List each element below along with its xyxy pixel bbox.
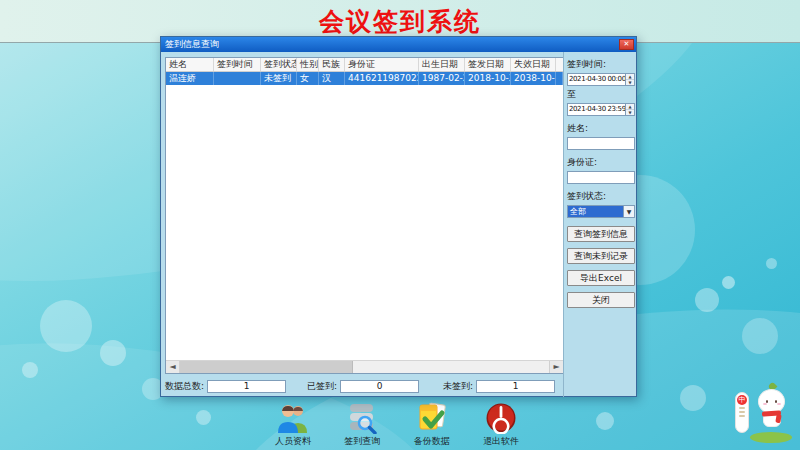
col-header-issuedate[interactable]: 签发日期 [465, 58, 511, 71]
idcard-input[interactable] [567, 171, 635, 184]
spinner-down-icon[interactable]: ▼ [626, 110, 634, 115]
table-empty-area [166, 85, 563, 360]
toolbar-item-signin-query[interactable]: 签到查询 [331, 402, 393, 448]
unsigned-count-label: 未签到: [443, 380, 473, 393]
cell-ethnicity: 汉 [319, 72, 345, 85]
mascot-banner-char: 中 [737, 395, 747, 405]
cell-idcard: 441621198702282481 [345, 72, 419, 85]
table-row[interactable]: 温连娇 未签到 女 汉 441621198702282481 1987-02-2… [166, 72, 563, 85]
scroll-left-icon[interactable]: ◄ [166, 361, 180, 373]
app-title: 会议签到系统 [319, 5, 481, 38]
backup-data-icon [416, 402, 448, 434]
name-input[interactable] [567, 137, 635, 150]
col-header-signtime[interactable]: 签到时间 [214, 58, 261, 71]
to-label: 至 [567, 88, 635, 101]
name-label: 姓名: [567, 122, 635, 135]
query-absent-button[interactable]: 查询未到记录 [567, 248, 635, 264]
spinner-down-icon[interactable]: ▼ [626, 80, 634, 85]
signtime-to-spinner[interactable]: ▲ ▼ [625, 104, 634, 115]
cell-status: 未签到 [261, 72, 297, 85]
col-header-filler [556, 58, 563, 71]
query-panel: 签到时间: 2021-04-30 00:00:00 ▲ ▼ 至 2021-04-… [563, 52, 638, 397]
toolbar-label: 签到查询 [344, 435, 380, 448]
mascot-banner: 中 [735, 392, 749, 433]
total-count-label: 数据总数: [165, 380, 204, 393]
bottom-toolbar: 人员资料 签到查询 备份数据 退出软件 [262, 402, 532, 448]
toolbar-item-backup[interactable]: 备份数据 [401, 402, 463, 448]
database-search-icon [346, 402, 378, 434]
cell-expirydate: 2038-10-31 [511, 72, 556, 85]
signin-query-dialog: 签到信息查询 ✕ 姓名 签到时间 签到状态 性别 民族 身份证 出生日期 签发日… [160, 36, 637, 397]
mascot: 中 [734, 380, 796, 448]
toolbar-label: 人员资料 [275, 435, 311, 448]
status-dropdown-value: 全部 [568, 206, 623, 217]
idcard-label: 身份证: [567, 156, 635, 169]
toolbar-label: 退出软件 [483, 435, 519, 448]
toolbar-item-personnel[interactable]: 人员资料 [262, 402, 324, 448]
col-header-name[interactable]: 姓名 [166, 58, 214, 71]
signtime-from-value: 2021-04-30 00:00:00 [568, 74, 625, 85]
signed-count-value: 0 [340, 380, 419, 393]
unsigned-count-value: 1 [476, 380, 555, 393]
close-dialog-button[interactable]: 关闭 [567, 292, 635, 308]
dialog-body: 姓名 签到时间 签到状态 性别 民族 身份证 出生日期 签发日期 失效日期 温连… [161, 52, 636, 397]
chevron-down-icon[interactable]: ▼ [623, 206, 634, 217]
cell-filler [556, 72, 563, 85]
signtime-from-spinner[interactable]: ▲ ▼ [625, 74, 634, 85]
col-header-gender[interactable]: 性别 [297, 58, 319, 71]
status-label: 签到状态: [567, 190, 635, 203]
scrollbar-track[interactable] [180, 361, 549, 373]
scroll-right-icon[interactable]: ► [549, 361, 563, 373]
col-header-status[interactable]: 签到状态 [261, 58, 297, 71]
cell-gender: 女 [297, 72, 319, 85]
col-header-idcard[interactable]: 身份证 [345, 58, 419, 71]
col-header-expirydate[interactable]: 失效日期 [511, 58, 556, 71]
status-bar: 数据总数: 1 已签到: 0 未签到: 1 [165, 380, 555, 393]
horizontal-scrollbar: ◄ ► [166, 360, 563, 373]
dialog-titlebar[interactable]: 签到信息查询 ✕ [161, 37, 636, 52]
dialog-title: 签到信息查询 [165, 37, 619, 52]
cell-signtime [214, 72, 261, 85]
mascot-grass [750, 432, 792, 443]
people-icon [277, 402, 309, 434]
table-header-row: 姓名 签到时间 签到状态 性别 民族 身份证 出生日期 签发日期 失效日期 [166, 58, 563, 72]
total-count-value: 1 [207, 380, 286, 393]
cell-name: 温连娇 [166, 72, 214, 85]
toolbar-item-exit[interactable]: 退出软件 [470, 402, 532, 448]
query-signin-button[interactable]: 查询签到信息 [567, 226, 635, 242]
signtime-from-field[interactable]: 2021-04-30 00:00:00 ▲ ▼ [567, 73, 635, 86]
signtime-to-value: 2021-04-30 23:59:59 [568, 104, 625, 115]
signtime-label: 签到时间: [567, 58, 635, 71]
col-header-ethnicity[interactable]: 民族 [319, 58, 345, 71]
scrollbar-thumb[interactable] [180, 361, 353, 373]
col-header-birthdate[interactable]: 出生日期 [419, 58, 465, 71]
cell-issuedate: 2018-10-31 [465, 72, 511, 85]
status-dropdown[interactable]: 全部 ▼ [567, 205, 635, 218]
cell-birthdate: 1987-02-28 [419, 72, 465, 85]
signtime-to-field[interactable]: 2021-04-30 23:59:59 ▲ ▼ [567, 103, 635, 116]
signed-count-label: 已签到: [307, 380, 337, 393]
toolbar-label: 备份数据 [414, 435, 450, 448]
power-icon [485, 402, 517, 434]
signin-table: 姓名 签到时间 签到状态 性别 民族 身份证 出生日期 签发日期 失效日期 温连… [165, 57, 564, 374]
close-icon[interactable]: ✕ [619, 39, 634, 50]
export-excel-button[interactable]: 导出Excel [567, 270, 635, 286]
